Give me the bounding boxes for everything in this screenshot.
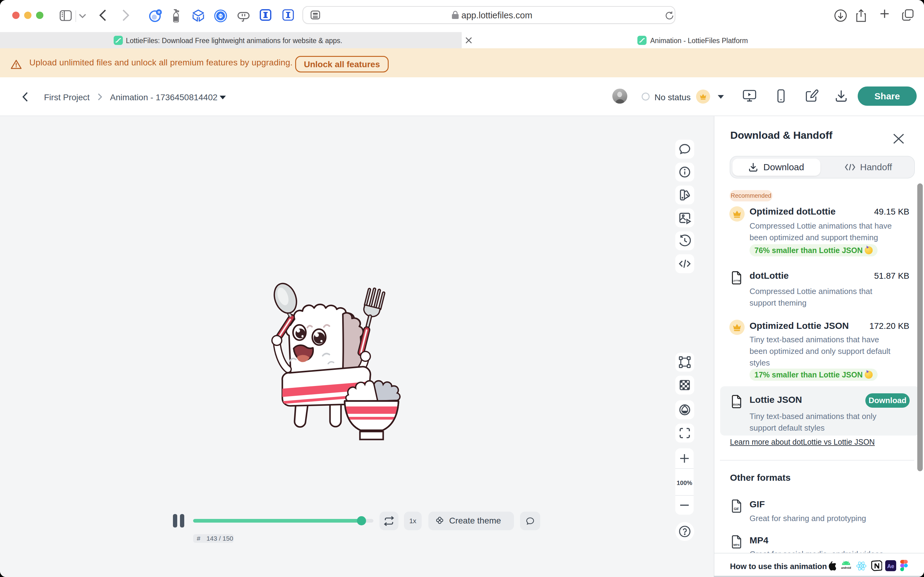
svg-text:Ae: Ae bbox=[887, 563, 894, 569]
svg-text:android: android bbox=[841, 566, 851, 569]
svg-text:LOTTIE: LOTTIE bbox=[732, 279, 740, 282]
svg-text:JSON: JSON bbox=[732, 403, 740, 406]
svg-text:GIF: GIF bbox=[734, 507, 739, 511]
svg-text:MP4: MP4 bbox=[733, 543, 739, 546]
